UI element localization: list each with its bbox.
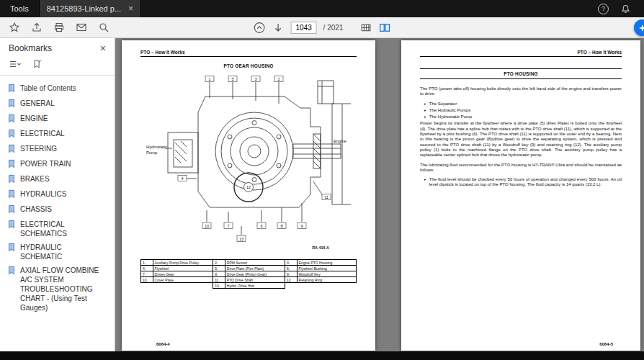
bookmark-icon xyxy=(7,129,16,140)
close-panel-icon[interactable]: × xyxy=(100,43,106,53)
list-item-text: The Separator xyxy=(429,102,622,107)
sidebar-item-label: AXIAL FLOW COMBINE A/C SYSTEM TROUBLESHO… xyxy=(20,266,105,312)
add-bookmark-icon[interactable] xyxy=(32,59,43,69)
sidebar-item-hydraulics[interactable]: HYDRAULICS xyxy=(4,187,112,202)
bookmark-icon xyxy=(7,220,16,230)
tab-document[interactable]: 84125893-Linked p... × xyxy=(39,0,141,17)
page-number-input[interactable] xyxy=(291,22,317,34)
arrow-bullet-icon: ➤ xyxy=(424,108,426,113)
bookmarks-toolbar xyxy=(0,56,115,76)
part-label: Drive Plate (Flex Plate) xyxy=(225,266,285,271)
document-viewer[interactable]: PTO – How It Works PTO GEAR HOUSING xyxy=(116,37,644,351)
help-icon[interactable]: ? xyxy=(598,4,609,14)
sidebar-item-power-train[interactable]: POWER TRAIN xyxy=(4,157,112,172)
section-title: PTO HOUSING xyxy=(420,68,622,79)
two-page-view-icon[interactable] xyxy=(378,22,390,34)
arrow-bullet-icon: ➤ xyxy=(424,177,426,188)
export-share-icon[interactable] xyxy=(31,22,43,33)
page-header: PTO – How It Works xyxy=(420,50,622,57)
body-text: The PTO (power take off) housing bolts d… xyxy=(420,86,622,188)
bookmark-icon xyxy=(7,99,16,109)
part-number: 13. xyxy=(213,283,225,289)
sidebar-item-ac-troubleshooting[interactable]: AXIAL FLOW COMBINE A/C SYSTEM TROUBLESHO… xyxy=(4,264,112,315)
sidebar-item-electrical-schematics[interactable]: ELECTRICAL SCHEMATICS xyxy=(4,217,112,240)
titlebar: Tools 84125893-Linked p... × ? xyxy=(0,0,644,17)
sidebar-item-general[interactable]: GENERAL xyxy=(4,96,112,112)
callout-13: 13 xyxy=(237,236,246,242)
svg-text:11: 11 xyxy=(324,195,328,199)
print-icon[interactable] xyxy=(53,22,65,33)
svg-text:2: 2 xyxy=(277,77,279,81)
titlebar-actions: ? xyxy=(598,0,644,17)
search-icon[interactable] xyxy=(98,22,109,33)
table-row: 1. Auxiliary Pump Drive Pulley 2. RPM Se… xyxy=(141,260,357,266)
svg-text:6: 6 xyxy=(260,224,262,228)
sidebar-item-table-of-contents[interactable]: Table of Contents xyxy=(4,81,112,96)
sidebar-item-brakes[interactable]: BRAKES xyxy=(4,172,112,187)
sidebar-item-electrical[interactable]: ELECTRICAL xyxy=(4,127,112,142)
close-tab-icon[interactable]: × xyxy=(128,4,133,13)
page-number-footer: 6064-5 xyxy=(599,342,613,346)
svg-text:8: 8 xyxy=(280,224,282,228)
bookmark-icon xyxy=(7,174,16,185)
sidebar-item-label: BRAKES xyxy=(20,174,50,184)
sidebar-item-steering[interactable]: STEERING xyxy=(4,142,112,157)
bookmark-icon xyxy=(7,84,16,94)
page-right: PTO – How It Works PTO HOUSING The PTO (… xyxy=(401,40,640,351)
callout-2: 2 xyxy=(274,76,283,82)
panel-options-icon[interactable] xyxy=(9,59,22,69)
page-up-icon[interactable] xyxy=(254,22,266,34)
part-label: Flywheel Bushing xyxy=(297,266,356,271)
diagram-label-hydrostatic: Hydrostatic xyxy=(146,145,167,149)
tab-tools[interactable]: Tools xyxy=(0,0,39,17)
sidebar-item-hydraulic-schematic[interactable]: HYDRAULIC SCHEMATIC xyxy=(4,240,112,264)
table-row: 4. Flywheel 5. Drive Plate (Flex Plate) … xyxy=(141,266,357,271)
page-down-icon[interactable] xyxy=(272,22,285,34)
bookmarks-title: Bookmarks xyxy=(9,43,52,53)
part-label: Flywheel xyxy=(153,266,213,271)
callout-9: 9 xyxy=(298,223,306,229)
part-label: Driven Gear xyxy=(153,271,213,277)
callout-5: 5 xyxy=(228,76,237,82)
part-number: 4. xyxy=(141,266,153,271)
email-icon[interactable] xyxy=(76,22,87,33)
part-number: 3. xyxy=(285,260,297,266)
figure-reference: RA 416 A xyxy=(312,246,329,250)
notifications-bell-icon[interactable] xyxy=(620,4,631,14)
sidebar-item-label: ENGINE xyxy=(20,114,48,123)
diagram-label-engine: Engine xyxy=(334,139,346,143)
bookmark-icon xyxy=(7,204,16,215)
page-thumbnails-icon[interactable] xyxy=(359,22,372,34)
svg-text:5: 5 xyxy=(231,77,233,81)
part-label: Hydro. Drive Hub xyxy=(225,283,285,289)
part-label: Cover Plate xyxy=(153,277,213,283)
figure-title: PTO GEAR HOUSING xyxy=(140,63,357,68)
sidebar-item-label: Table of Contents xyxy=(20,84,76,93)
bottom-bar xyxy=(0,351,644,360)
list-item-text: The Hydraulic Pumps xyxy=(429,108,622,113)
tab-document-label: 84125893-Linked p... xyxy=(47,4,121,13)
part-number: 6. xyxy=(285,266,297,271)
svg-text:13: 13 xyxy=(239,237,243,241)
page-number-footer: 6064-4 xyxy=(156,342,170,346)
callout-12: 12 xyxy=(244,183,254,192)
part-number: 1. xyxy=(141,260,153,266)
main-toolbar: / 2021 xyxy=(0,17,644,38)
part-label: RPM Sensor xyxy=(225,260,285,266)
paragraph: The PTO (power take off) housing bolts d… xyxy=(420,86,622,97)
callout-7: 7 xyxy=(224,223,233,229)
star-icon[interactable] xyxy=(9,22,20,33)
bookmarks-panel: Bookmarks × Table of Contents GENERAL EN… xyxy=(0,37,115,351)
sidebar-item-engine[interactable]: ENGINE xyxy=(4,112,112,127)
part-label: Woodruff Key xyxy=(297,271,356,277)
pto-gear-housing-diagram: 1 5 3 2 4 xyxy=(140,71,357,252)
sidebar-item-chassis[interactable]: CHASSIS xyxy=(4,202,112,217)
callout-11: 11 xyxy=(322,194,331,200)
callout-3: 3 xyxy=(251,76,260,82)
assistant-button[interactable] xyxy=(634,19,644,36)
svg-text:1: 1 xyxy=(208,77,210,81)
list-item: ➤ The Hydraulic Pumps xyxy=(420,108,622,113)
page-header: PTO – How It Works xyxy=(140,50,357,57)
list-item: ➤ The Separator xyxy=(420,102,622,107)
bookmarks-header: Bookmarks × xyxy=(0,37,115,56)
